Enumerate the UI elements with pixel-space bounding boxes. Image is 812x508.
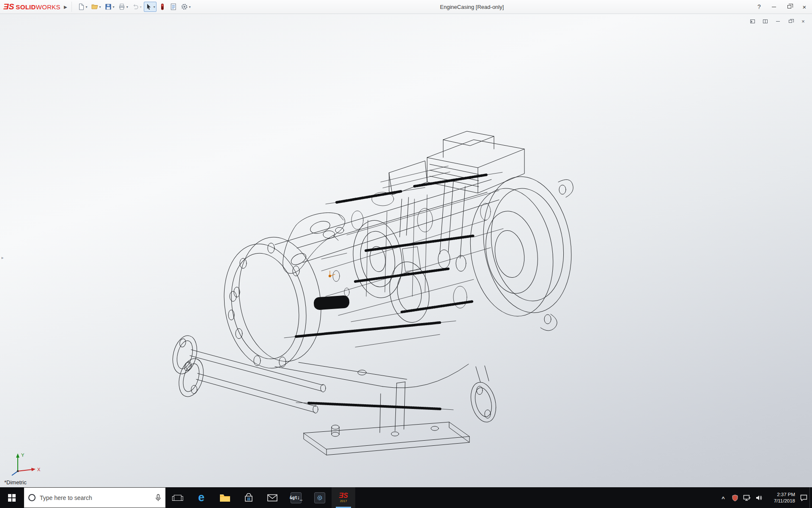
base-plate: [304, 422, 469, 455]
pane-arrow-icon: [750, 19, 755, 23]
doc-close-button[interactable]: ×: [798, 17, 808, 25]
speaker-icon: [755, 494, 762, 501]
taskbar-clock[interactable]: 2:37 PM 7/11/2018: [765, 487, 798, 508]
clock-date: 7/11/2018: [774, 498, 795, 504]
task-view-button[interactable]: [166, 487, 189, 508]
featuremanager-flyout-arrow[interactable]: ▸: [0, 251, 5, 264]
ds-logo-mark: ƎS: [3, 2, 14, 11]
triad-y-label: Y: [21, 453, 25, 458]
open-folder-icon: [91, 3, 99, 11]
taskbar-search[interactable]: [24, 487, 166, 508]
minimize-icon: [776, 21, 780, 22]
chevron-down-icon[interactable]: ▾: [85, 5, 88, 9]
restore-icon: [789, 20, 792, 23]
brand-works: WORKS: [36, 3, 60, 11]
triad-x-label: X: [37, 467, 41, 472]
settings-app-button[interactable]: [308, 487, 332, 508]
split-pane-icon: [763, 19, 768, 23]
save-icon: [104, 3, 112, 11]
console-icon: &gt;_: [291, 492, 302, 503]
security-tray-button[interactable]: [729, 487, 741, 508]
solidworks-logo[interactable]: ƎS SOLID WORKS: [0, 2, 63, 11]
options-gear-icon: [181, 3, 188, 11]
threaded-rods: [296, 175, 486, 409]
titlebar: ƎS SOLID WORKS ▶ ▾ ▾: [0, 0, 812, 14]
print-icon: [118, 3, 126, 11]
previous-window-button[interactable]: [748, 17, 757, 25]
maximize-restore-button[interactable]: [782, 0, 797, 14]
graphics-viewport[interactable]: × ▸: [0, 14, 812, 487]
solidworks-taskbar-button[interactable]: ƎS 2017: [332, 487, 355, 508]
select-arrow-icon: [145, 3, 153, 11]
settings-gear-icon: [314, 492, 325, 503]
console-app-button[interactable]: &gt;_: [284, 487, 308, 508]
minimize-icon: [772, 7, 776, 7]
mail-button[interactable]: [261, 487, 284, 508]
chevron-down-icon[interactable]: ▾: [112, 5, 115, 9]
undo-icon: [132, 3, 139, 11]
file-properties-icon: [170, 3, 177, 11]
show-desktop-button[interactable]: [809, 487, 812, 508]
rebuild-button[interactable]: [157, 2, 167, 12]
internal-detail: [321, 166, 503, 347]
new-document-button[interactable]: ▾: [76, 2, 89, 12]
menu-flyout-arrow[interactable]: ▶: [63, 2, 72, 12]
action-center-icon: [800, 494, 807, 501]
network-icon: [743, 494, 751, 501]
search-input[interactable]: [40, 494, 151, 501]
brand-solid: SOLID: [16, 3, 36, 11]
chevron-up-icon: ^: [721, 495, 725, 502]
chevron-down-icon[interactable]: ▾: [189, 5, 191, 9]
save-button[interactable]: ▾: [103, 2, 116, 12]
chevron-down-icon[interactable]: ▾: [99, 5, 101, 9]
windows-taskbar: e &gt;_: [0, 487, 812, 508]
action-center-button[interactable]: [798, 487, 809, 508]
network-tray-button[interactable]: [741, 487, 753, 508]
mail-icon: [267, 494, 277, 502]
volume-tray-button[interactable]: [753, 487, 765, 508]
file-properties-button[interactable]: [168, 2, 178, 12]
task-view-icon: [174, 495, 181, 501]
document-title: EngineCasing [Read-only]: [192, 4, 752, 10]
quick-access-toolbar: ▾ ▾ ▾: [72, 2, 192, 12]
store-button[interactable]: [237, 487, 261, 508]
solid-cylinder: [313, 295, 350, 310]
undo-button[interactable]: ▾: [130, 2, 143, 12]
options-button[interactable]: ▾: [179, 2, 192, 12]
solidworks-year-badge: 2017: [340, 500, 347, 503]
doc-restore-button[interactable]: [786, 17, 795, 25]
chevron-down-icon[interactable]: ▾: [126, 5, 128, 9]
shield-icon: [732, 494, 738, 501]
print-button[interactable]: ▾: [117, 2, 129, 12]
help-button[interactable]: ?: [752, 0, 766, 14]
main-body: [275, 179, 499, 388]
open-button[interactable]: ▾: [90, 2, 102, 12]
close-button[interactable]: ×: [797, 0, 812, 14]
view-orientation-label: *Dimetric: [4, 479, 27, 486]
hidden-icons-button[interactable]: ^: [717, 487, 729, 508]
support-rods: [169, 333, 326, 413]
window-controls: ? ×: [752, 0, 812, 14]
restore-icon: [787, 5, 791, 8]
minimize-button[interactable]: [766, 0, 782, 14]
doc-minimize-button[interactable]: [773, 17, 782, 25]
right-link: [467, 366, 500, 425]
windows-logo-icon: [8, 494, 16, 502]
close-icon: ×: [801, 19, 805, 24]
split-window-button[interactable]: [760, 17, 770, 25]
edge-taskbar-button[interactable]: e: [189, 487, 213, 508]
start-button[interactable]: [0, 487, 24, 508]
clock-time: 2:37 PM: [777, 491, 795, 497]
solidworks-app-icon: ƎS: [339, 492, 348, 499]
new-document-icon: [77, 3, 85, 11]
engine-casing-wireframe: [0, 14, 812, 487]
microphone-icon[interactable]: [155, 494, 161, 502]
chevron-down-icon[interactable]: ▾: [153, 5, 155, 9]
select-tool-button[interactable]: ▾: [144, 2, 156, 12]
document-window-controls: ×: [748, 17, 808, 25]
edge-icon: e: [198, 492, 204, 503]
chevron-down-icon[interactable]: ▾: [140, 5, 142, 9]
taskbar-spacer: [355, 487, 717, 508]
file-explorer-button[interactable]: [213, 487, 237, 508]
reference-triad: Y X: [6, 451, 44, 476]
